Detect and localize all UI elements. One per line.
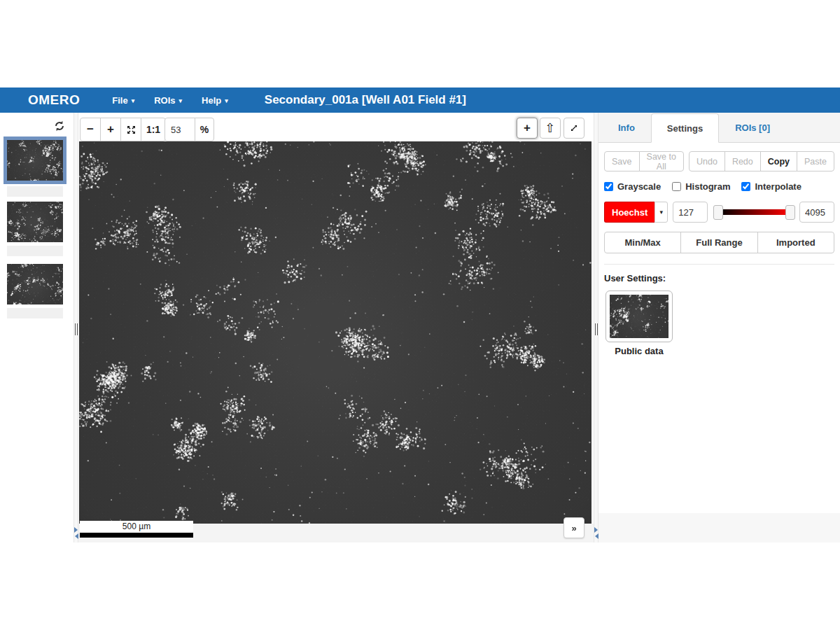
- upload-arrow-button[interactable]: ⇧: [540, 118, 561, 139]
- thumbnail-sidebar: [0, 113, 74, 542]
- scalebar-label: 500 µm: [80, 521, 193, 533]
- channel-slider-handle-min[interactable]: [713, 205, 723, 220]
- zoom-controls: − + 1:1: [80, 118, 166, 141]
- resize-diagonal-button[interactable]: [564, 118, 584, 139]
- menu-rois-label: ROIs: [154, 95, 175, 106]
- user-settings-heading: User Settings:: [604, 273, 834, 284]
- history-button-group: Undo Redo Copy Paste: [689, 151, 834, 172]
- channel-row: Hoechst ▾: [604, 202, 834, 223]
- thumbnail-image-3: [7, 264, 63, 304]
- undo-button[interactable]: Undo: [689, 151, 725, 172]
- redo-button[interactable]: Redo: [724, 151, 761, 172]
- imported-button[interactable]: Imported: [757, 232, 834, 253]
- thumbnail-caption-1: [7, 186, 63, 197]
- thumbnail[interactable]: [7, 202, 63, 242]
- channel-slider-handle-max[interactable]: [785, 205, 795, 220]
- panel-tabbar: Info Settings ROIs [0]: [598, 113, 840, 143]
- histogram-option: Histogram: [672, 181, 730, 192]
- zoom-in-button[interactable]: +: [100, 118, 121, 141]
- zoom-percentage-control: %: [164, 118, 214, 141]
- caret-down-icon: ▾: [132, 98, 135, 104]
- refresh-icon: [53, 120, 66, 132]
- interpolate-label[interactable]: Interpolate: [755, 181, 801, 192]
- page: OMERO File ▾ ROIs ▾ Help ▾ Secondary_001…: [0, 0, 840, 630]
- tab-info[interactable]: Info: [602, 113, 651, 142]
- fit-to-viewport-icon: [126, 125, 136, 135]
- settings-panel-body: Save Save to All Undo Redo Copy Paste Gr…: [598, 143, 840, 356]
- thumbnail-item-2: [7, 202, 63, 256]
- histogram-checkbox[interactable]: [672, 182, 681, 191]
- divider: [604, 264, 834, 265]
- microscopy-image[interactable]: [79, 141, 592, 524]
- range-button-group: Min/Max Full Range Imported: [604, 232, 834, 253]
- zoom-percent-input[interactable]: [164, 118, 195, 141]
- tab-rois[interactable]: ROIs [0]: [719, 113, 786, 142]
- menu-file-label: File: [112, 95, 127, 106]
- channel-window-end-input[interactable]: [799, 202, 834, 223]
- grayscale-label[interactable]: Grayscale: [617, 181, 661, 192]
- user-setting-thumbnail-label: Public data: [604, 346, 674, 356]
- interpolate-checkbox[interactable]: [741, 182, 750, 191]
- image-viewer: − + 1:1 % + ⇧: [78, 113, 594, 542]
- save-to-all-button[interactable]: Save to All: [639, 151, 685, 172]
- left-splitter[interactable]: [74, 113, 78, 542]
- copy-button[interactable]: Copy: [760, 151, 797, 172]
- image-title: Secondary_001a [Well A01 Field #1]: [265, 93, 466, 107]
- thumbnail-image-1: [7, 140, 63, 181]
- thumbnail-item-1: [7, 140, 63, 197]
- expand-more-button[interactable]: »: [564, 517, 584, 538]
- zoom-out-button[interactable]: −: [80, 118, 101, 141]
- user-setting-thumbnail-image: [610, 295, 668, 338]
- histogram-label[interactable]: Histogram: [685, 181, 730, 192]
- channel-slider-track: [720, 209, 789, 215]
- grayscale-option: Grayscale: [604, 181, 661, 192]
- grayscale-checkbox[interactable]: [604, 182, 613, 191]
- interpolate-option: Interpolate: [741, 181, 801, 192]
- scalebar: 500 µm: [80, 521, 193, 538]
- thumbnail-selected[interactable]: [7, 140, 63, 181]
- settings-actions: Save Save to All Undo Redo Copy Paste: [604, 151, 834, 172]
- app-header: OMERO File ▾ ROIs ▾ Help ▾ Secondary_001…: [0, 88, 840, 113]
- thumbnail[interactable]: [7, 264, 63, 304]
- user-setting-thumbnail[interactable]: [606, 290, 673, 342]
- min-max-button[interactable]: Min/Max: [604, 232, 681, 253]
- paste-button[interactable]: Paste: [797, 151, 834, 172]
- thumbnail-item-3: [7, 264, 63, 318]
- thumbnail-image-2: [7, 202, 63, 242]
- channel-toggle-button[interactable]: Hoechst ▾: [604, 202, 668, 223]
- splitter-grip-icon: [75, 323, 78, 335]
- thumbnail-caption-3: [7, 308, 63, 318]
- menu-bar: File ▾ ROIs ▾ Help ▾: [104, 91, 237, 110]
- render-option-checkboxes: Grayscale Histogram Interpolate: [604, 181, 834, 192]
- diagonal-arrow-icon: [569, 123, 579, 133]
- channel-range-slider[interactable]: [713, 202, 795, 223]
- right-panel: Info Settings ROIs [0] Save Save to All …: [598, 113, 840, 542]
- channel-name[interactable]: Hoechst: [604, 202, 654, 223]
- full-range-button[interactable]: Full Range: [680, 232, 757, 253]
- menu-rois[interactable]: ROIs ▾: [146, 91, 190, 110]
- one-to-one-zoom-button[interactable]: 1:1: [141, 118, 166, 141]
- right-splitter[interactable]: [594, 113, 598, 542]
- save-button[interactable]: Save: [604, 151, 640, 172]
- caret-down-icon: ▾: [225, 98, 228, 104]
- caret-down-icon: ▾: [179, 98, 183, 104]
- percent-button[interactable]: %: [195, 118, 214, 141]
- menu-help[interactable]: Help ▾: [193, 91, 237, 110]
- omero-logo[interactable]: OMERO: [28, 92, 80, 108]
- save-button-group: Save Save to All: [604, 151, 684, 172]
- thumbnail-caption-2: [7, 246, 63, 256]
- menu-file[interactable]: File ▾: [104, 91, 143, 110]
- scalebar-bar: [80, 533, 193, 538]
- channel-window-start-input[interactable]: [673, 202, 708, 223]
- add-region-button[interactable]: +: [517, 118, 538, 139]
- panel-footer: [598, 513, 840, 542]
- fit-to-viewport-button[interactable]: [120, 118, 141, 141]
- tab-settings[interactable]: Settings: [651, 113, 719, 143]
- channel-dropdown-button[interactable]: ▾: [654, 202, 668, 223]
- refresh-thumbnails-button[interactable]: [53, 119, 67, 133]
- menu-help-label: Help: [202, 95, 221, 106]
- splitter-grip-icon: [595, 323, 598, 335]
